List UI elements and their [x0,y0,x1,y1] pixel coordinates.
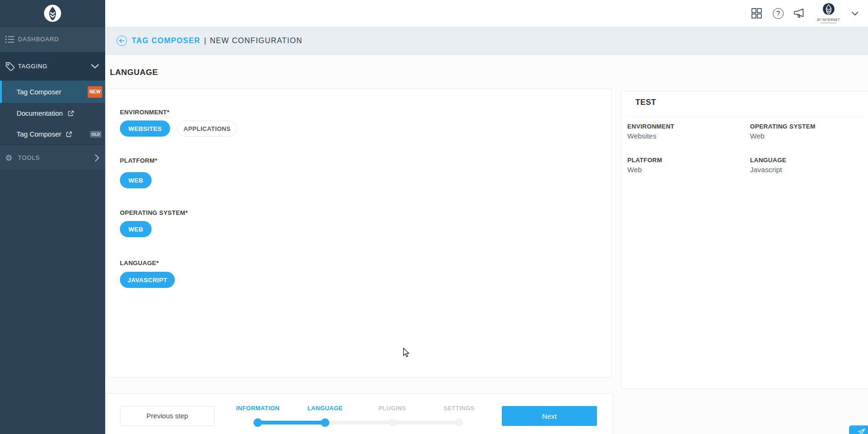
summary-value-language: Javascript [750,166,782,174]
option-websites[interactable]: WEBSITES [120,120,170,137]
summary-value-platform: Web [627,166,642,174]
summary-label-platform: PLATFORM [627,157,662,164]
language-form-card: ENVIRONMENT* WEBSITES APPLICATIONS PLATF… [106,88,612,378]
top-bar: ? AT INTERNET [105,0,868,27]
paper-plane-icon [858,428,865,434]
sidebar-item-tag-composer-old[interactable]: Tag Composer OLD [0,124,105,145]
previous-step-button[interactable]: Previous step [120,406,215,426]
sidebar-section-label: TAGGING [18,63,47,70]
chevron-right-icon [95,154,99,162]
sidebar-section-label: TOOLS [18,155,40,161]
page-header: TAG COMPOSER | NEW CONFIGURATION [105,27,868,55]
chevron-down-icon[interactable] [848,7,861,20]
announcements-icon[interactable] [793,7,806,20]
wizard-footer: Previous step INFORMATION LANGUAGE PLUGI… [106,393,613,434]
apps-grid-icon[interactable] [750,7,763,20]
account-menu[interactable]: AT INTERNET [817,3,840,24]
sidebar-item-label: DASHBOARD [18,36,59,43]
step-label-plugins: PLUGINS [359,405,425,412]
account-label: AT INTERNET [817,18,840,21]
breadcrumb-app-title[interactable]: TAG COMPOSER [132,37,200,45]
sidebar-item-documentation[interactable]: Documentation [0,103,105,124]
step-label-information: INFORMATION [225,405,291,412]
chat-widget-button[interactable] [849,425,868,434]
gear-icon: ⚙ [5,153,12,163]
sidebar-item-label: Tag Composer [17,88,61,96]
step-dot-plugins [389,419,396,426]
page-title: NEW CONFIGURATION [210,37,302,45]
option-applications[interactable]: APPLICATIONS [177,120,237,137]
divider [627,117,862,117]
sidebar-section-tools[interactable]: ⚙ TOOLS [0,145,105,171]
option-web-os[interactable]: WEB [120,221,152,237]
test-panel-title: TEST [635,98,656,107]
help-icon[interactable]: ? [771,7,785,20]
section-heading: LANGUAGE [110,68,158,77]
old-badge: OLD [90,131,101,138]
next-button[interactable]: Next [502,406,597,426]
external-link-icon [65,131,72,138]
external-link-icon [67,110,74,117]
new-badge: NEW [88,86,102,98]
step-label-settings: SETTINGS [426,405,492,412]
test-summary-panel: TEST ENVIRONMENT Websites OPERATING SYST… [621,91,868,389]
step-dot-language [321,418,329,427]
sidebar-item-tag-composer[interactable]: Tag Composer NEW [0,81,105,103]
sidebar-item-label: Tag Composer [17,130,61,138]
breadcrumb-separator: | [204,37,206,45]
field-label-language: LANGUAGE* [120,259,159,267]
stepper-progress-fill [258,421,325,425]
summary-label-operating-system: OPERATING SYSTEM [750,123,815,130]
summary-value-environment: Websites [627,132,656,140]
sidebar-item-label: Documentation [17,110,63,117]
app-logo[interactable] [0,0,105,27]
step-dot-information [253,418,262,427]
summary-value-operating-system: Web [750,132,765,140]
field-label-environment: ENVIRONMENT* [120,109,170,116]
sidebar: DASHBOARD TAGGING Tag Composer NEW Docum… [0,0,105,434]
option-javascript[interactable]: JAVASCRIPT [120,272,175,288]
field-label-platform: PLATFORM* [120,157,157,164]
summary-label-environment: ENVIRONMENT [627,123,674,130]
field-label-operating-system: OPERATING SYSTEM* [120,209,188,216]
option-web-platform[interactable]: WEB [120,172,152,188]
step-label-language: LANGUAGE [292,405,358,412]
account-avatar-logo-icon [823,3,835,17]
sidebar-section-tagging[interactable]: TAGGING [0,52,105,81]
step-dot-settings [455,419,463,426]
summary-label-language: LANGUAGE [750,157,787,164]
sidebar-item-dashboard[interactable]: DASHBOARD [0,27,105,52]
account-tagline [821,22,837,24]
chevron-down-icon [91,64,99,69]
back-button[interactable] [117,36,127,46]
tag-icon [5,62,15,72]
list-icon [5,36,15,43]
